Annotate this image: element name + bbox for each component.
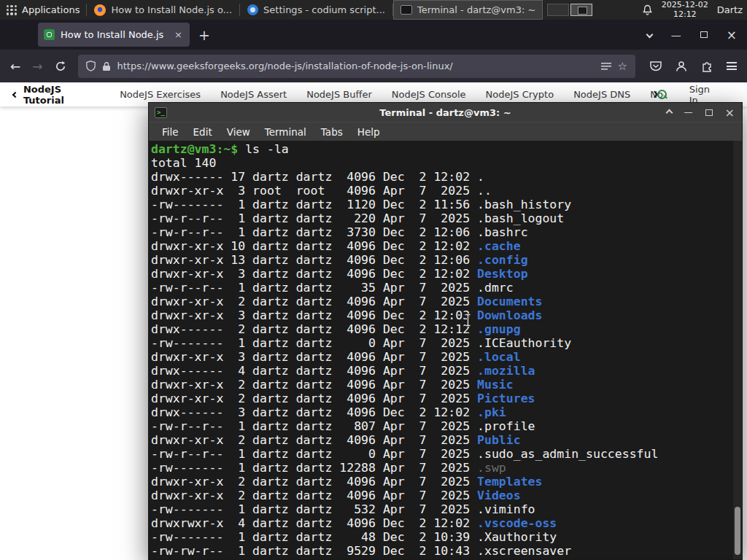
tab-close-icon[interactable]: ×: [173, 29, 184, 40]
ls-file-name: .mozilla: [477, 364, 535, 378]
tracking-shield-icon[interactable]: [86, 61, 96, 71]
reload-icon[interactable]: [55, 61, 66, 72]
desktop: Applications How to Install Node.js o...…: [0, 0, 747, 560]
ls-file-name: .local: [477, 350, 521, 364]
site-nav-item[interactable]: NodeJS Exercises: [120, 89, 201, 100]
terminal-menu-help[interactable]: Help: [350, 126, 387, 138]
chevron-left-icon: [12, 91, 18, 97]
terminal-output-line: drwxr-xr-x 10 dartz dartz 4096 Dec 2 12:…: [151, 239, 732, 253]
ls-file-name: .: [477, 170, 484, 184]
ls-file-name: Pictures: [477, 392, 535, 405]
taskbar-item-label: How to Install Node.js o...: [111, 4, 232, 15]
ls-file-name: .pki: [477, 405, 506, 419]
url-bar[interactable]: https://www.geeksforgeeks.org/node-js/in…: [78, 55, 636, 78]
site-nav-item[interactable]: NodeJS Buffer: [306, 89, 372, 100]
ls-line-meta: -rw-r--r-- 1 dartz dartz 3730 Dec 2 12:0…: [151, 225, 477, 239]
terminal-minimize-button[interactable]: —: [684, 107, 693, 117]
ls-line-meta: -rw------- 1 dartz dartz 48 Dec 2 10:39: [151, 530, 477, 544]
site-nav-item[interactable]: NodeJS Crypto: [486, 89, 554, 100]
tabbar-controls: — ×: [647, 28, 747, 42]
taskbar-item-terminal[interactable]: Terminal - dartz@vm3: ~: [393, 0, 543, 20]
ls-line-meta: -rw-r--r-- 1 dartz dartz 0 Apr 7 2025: [151, 447, 477, 461]
clock-time: 12:12: [662, 10, 708, 20]
taskbar-item-browser[interactable]: How to Install Node.js o...: [87, 0, 239, 20]
account-icon[interactable]: [676, 61, 687, 72]
workspace-1[interactable]: [547, 4, 569, 16]
ls-line-meta: -rw------- 1 dartz dartz 0 Apr 7 2025: [151, 336, 477, 350]
window-maximize-button[interactable]: [700, 31, 708, 38]
terminal-body[interactable]: dartz@vm3:~$ ls -la total 140drwx------ …: [149, 141, 742, 559]
terminal-maximize-button[interactable]: [705, 109, 713, 116]
ls-line-meta: drwxr-xr-x 2 dartz dartz 4096 Apr 7 2025: [151, 433, 477, 447]
menu-hamburger-icon[interactable]: [727, 62, 737, 70]
window-minimize-button[interactable]: —: [671, 29, 681, 41]
browser-tab[interactable]: How to Install Node.js on ×: [38, 23, 190, 47]
lock-icon[interactable]: [102, 61, 111, 71]
terminal-shade-icon[interactable]: [665, 109, 673, 116]
terminal-output-line: drwx------ 3 dartz dartz 4096 Dec 2 12:0…: [151, 405, 732, 419]
ls-file-name: .profile: [477, 419, 535, 433]
ls-file-name: .viminfo: [477, 502, 535, 516]
ls-line-meta: -rw-r--r-- 1 dartz dartz 35 Apr 7 2025: [151, 281, 477, 295]
reader-view-icon[interactable]: [601, 62, 611, 71]
ls-line-meta: drwx------ 4 dartz dartz 4096 Apr 7 2025: [151, 364, 477, 378]
extensions-puzzle-icon[interactable]: [701, 61, 713, 72]
ls-file-name: .swp: [477, 461, 506, 475]
ls-file-name: .bash_logout: [477, 211, 564, 225]
terminal-menu-view[interactable]: View: [220, 126, 258, 138]
ls-file-name: Music: [477, 378, 514, 392]
workspace-2[interactable]: [570, 4, 592, 16]
terminal-output-line: -rw------- 1 dartz dartz 48 Dec 2 10:39 …: [151, 530, 732, 544]
site-nav-item[interactable]: NodeJS DNS: [573, 89, 630, 100]
terminal-output-line: drwxr-xr-x 2 dartz dartz 4096 Apr 7 2025…: [151, 433, 732, 447]
site-nav-item[interactable]: NodeJS Assert: [220, 89, 287, 100]
taskbar-item-label: Settings - codium script...: [263, 4, 385, 15]
terminal-output-line: -rw------- 1 dartz dartz 0 Apr 7 2025 .I…: [151, 336, 732, 350]
site-nav-item[interactable]: NodeJS Console: [392, 89, 466, 100]
site-nav-back-label: NodeJS Tutorial: [23, 84, 104, 106]
bookmark-star-icon[interactable]: ☆: [618, 60, 627, 73]
pocket-icon[interactable]: [650, 61, 662, 71]
taskbar-item-settings[interactable]: Settings - codium script...: [240, 0, 392, 20]
terminal-output-line: -rw-r--r-- 1 dartz dartz 0 Apr 7 2025 .s…: [151, 447, 732, 461]
terminal-output-line: drwxr-xr-x 3 dartz dartz 4096 Dec 2 12:0…: [151, 267, 732, 281]
site-nav-back[interactable]: NodeJS Tutorial: [13, 84, 104, 106]
mouse-text-cursor: [464, 314, 472, 327]
terminal-menu-edit[interactable]: Edit: [186, 126, 220, 138]
back-button[interactable]: ←: [10, 59, 20, 74]
user-name[interactable]: Dartz: [717, 4, 743, 15]
ls-line-meta: -rw-r--r-- 1 dartz dartz 220 Apr 7 2025: [151, 211, 477, 225]
terminal-menu-file[interactable]: File: [155, 126, 186, 138]
terminal-output-line: drwxr-xr-x 3 dartz dartz 4096 Dec 2 12:0…: [151, 308, 732, 322]
workspace-switcher[interactable]: [547, 4, 592, 16]
terminal-window-icon: >_: [155, 107, 167, 118]
ls-file-name: .vscode-oss: [477, 516, 557, 530]
window-close-button[interactable]: ×: [727, 28, 737, 42]
terminal-output-line: drwx------ 4 dartz dartz 4096 Apr 7 2025…: [151, 364, 732, 378]
clock[interactable]: 2025-12-02 12:12: [662, 1, 708, 19]
terminal-close-button[interactable]: ×: [725, 106, 735, 120]
url-text[interactable]: https://www.geeksforgeeks.org/node-js/in…: [117, 61, 595, 71]
search-icon[interactable]: [657, 90, 667, 100]
applications-menu[interactable]: Applications: [0, 0, 86, 20]
terminal-titlebar[interactable]: >_ Terminal - dartz@vm3: ~ — ×: [149, 103, 742, 122]
ls-file-name: Videos: [477, 489, 521, 502]
list-tabs-chevron-icon[interactable]: [646, 31, 653, 39]
terminal-menu-tabs[interactable]: Tabs: [314, 126, 350, 138]
applications-label: Applications: [22, 4, 80, 15]
taskbar-item-label: Terminal - dartz@vm3: ~: [417, 4, 535, 15]
notifications-bell-icon[interactable]: [642, 4, 653, 16]
settings-icon: [247, 4, 258, 15]
new-tab-button[interactable]: +: [190, 27, 219, 43]
terminal-scrollbar[interactable]: [733, 141, 742, 559]
terminal-output-line: -rw------- 1 dartz dartz 12288 Apr 7 202…: [151, 461, 732, 475]
site-nav-items: NodeJS ExercisesNodeJS AssertNodeJS Buff…: [120, 89, 664, 100]
ls-line-meta: drwxr-xr-x 2 dartz dartz 4096 Apr 7 2025: [151, 392, 477, 405]
terminal-output-line: drwxr-xr-x 3 dartz dartz 4096 Apr 7 2025…: [151, 350, 732, 364]
terminal-output-line: -rw-rw-r-- 1 dartz dartz 9529 Dec 2 10:4…: [151, 544, 732, 558]
ls-file-name: ..: [477, 184, 492, 198]
applications-icon: [7, 5, 17, 15]
terminal-output-line: drwxr-xr-x 2 dartz dartz 4096 Apr 7 2025…: [151, 378, 732, 392]
terminal-menu-terminal[interactable]: Terminal: [258, 126, 314, 138]
terminal-scrollbar-thumb[interactable]: [735, 507, 740, 555]
